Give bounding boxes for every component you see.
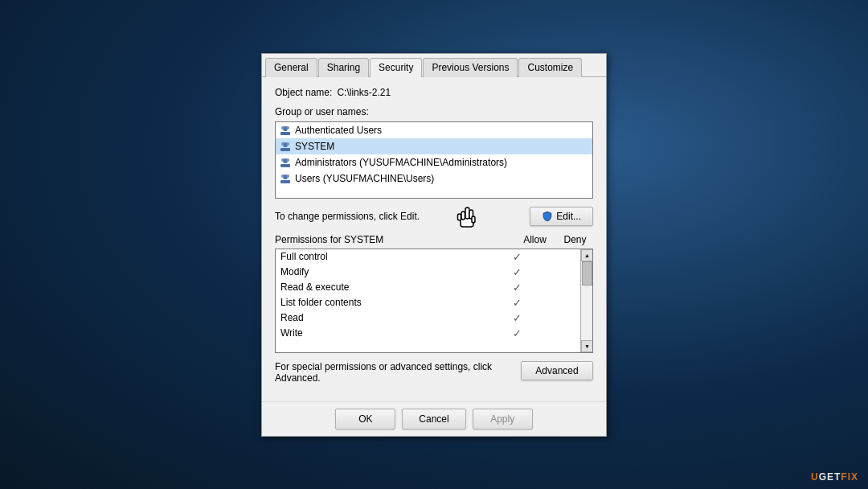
cancel-button[interactable]: Cancel [402,409,465,429]
shield-icon [542,211,553,222]
tab-previous-versions[interactable]: Previous Versions [423,58,518,77]
allow-header: Allow [513,234,557,245]
user-icon [279,140,292,153]
svg-point-14 [281,175,285,178]
permissions-header: Permissions for SYSTEM Allow Deny [275,234,593,245]
perm-row-read: Read ✓ [276,310,580,326]
scroll-thumb[interactable] [582,261,592,286]
svg-point-15 [286,175,289,178]
svg-point-3 [286,126,289,129]
svg-point-2 [281,126,285,129]
tab-sharing[interactable]: Sharing [318,58,369,77]
scroll-down-btn[interactable]: ▼ [581,340,593,352]
perm-row-readexecute: Read & execute ✓ [276,280,580,295]
perm-allow-check: ✓ [495,251,539,263]
permissions-table-inner: Full control ✓ Modify ✓ Read & execute ✓… [276,249,580,352]
change-permissions-row: To change permissions, click Edit. Edit.… [275,207,593,226]
perm-allow-check: ✓ [495,297,539,309]
perm-name: Read [280,312,495,323]
perm-name: Read & execute [280,281,495,293]
perm-scrollbar[interactable]: ▲ ▼ [580,249,592,352]
advanced-button[interactable]: Advanced [521,361,593,380]
perm-allow-check: ✓ [495,266,539,278]
dialog-content: Object name: C:\links-2.21 Group or user… [262,77,606,401]
perm-row-modify: Modify ✓ [276,265,580,280]
object-name-row: Object name: C:\links-2.21 [275,87,593,98]
ok-button[interactable]: OK [335,409,395,429]
dialog-footer: OK Cancel Apply [262,401,606,436]
apply-label: Apply [490,413,514,425]
list-item[interactable]: Authenticated Users [276,122,592,138]
dialog: General Sharing Security Previous Versio… [261,53,607,437]
tab-security[interactable]: Security [370,58,422,77]
tab-general[interactable]: General [265,58,317,77]
groups-label: Group or user names: [275,106,593,117]
advanced-button-label: Advanced [535,365,578,376]
perm-allow-check: ✓ [495,312,539,324]
svg-rect-0 [280,132,290,135]
list-item[interactable]: Administrators (YUSUFMACHINE\Administrat… [276,154,592,171]
svg-rect-4 [280,148,290,151]
permissions-for-label: Permissions for SYSTEM [275,234,513,245]
scroll-up-btn[interactable]: ▲ [581,249,593,261]
user-icon [279,172,292,185]
apply-button[interactable]: Apply [473,409,533,429]
deny-header: Deny [557,234,593,245]
cancel-label: Cancel [419,413,448,425]
advanced-row: For special permissions or advanced sett… [275,361,593,384]
list-item[interactable]: Users (YUSUFMACHINE\Users) [276,171,592,187]
edit-button[interactable]: Edit... [530,207,593,226]
advanced-text: For special permissions or advanced sett… [275,361,521,384]
perm-name: List folder contents [280,297,495,308]
perm-name: Write [280,327,495,339]
svg-point-6 [281,142,285,146]
svg-point-11 [286,158,289,162]
svg-point-10 [281,158,285,162]
tab-bar: General Sharing Security Previous Versio… [262,54,606,77]
user-icon [279,156,292,169]
svg-rect-12 [280,180,290,183]
permissions-table-wrapper: Full control ✓ Modify ✓ Read & execute ✓… [275,249,593,353]
svg-point-7 [286,142,289,146]
perm-allow-check: ✓ [495,327,539,339]
svg-rect-8 [280,164,290,167]
scroll-track [581,261,592,340]
edit-button-label: Edit... [556,211,581,222]
perm-name: Full control [280,251,495,262]
groups-list[interactable]: Authenticated Users SYSTEM Admin [275,121,593,199]
object-name-value: C:\links-2.21 [337,87,391,98]
ok-label: OK [358,413,372,425]
perm-row-write: Write ✓ [276,326,580,341]
object-name-label: Object name: [275,87,332,98]
watermark: UGETFIX [811,471,858,483]
change-permissions-text: To change permissions, click Edit. [275,211,420,222]
perm-name: Modify [280,266,495,277]
user-icon [279,124,292,137]
perm-row-fullcontrol: Full control ✓ [276,249,580,265]
list-item[interactable]: SYSTEM [276,138,592,154]
perm-row-listfolder: List folder contents ✓ [276,295,580,310]
tab-customize[interactable]: Customize [518,58,582,77]
perm-allow-check: ✓ [495,281,539,294]
